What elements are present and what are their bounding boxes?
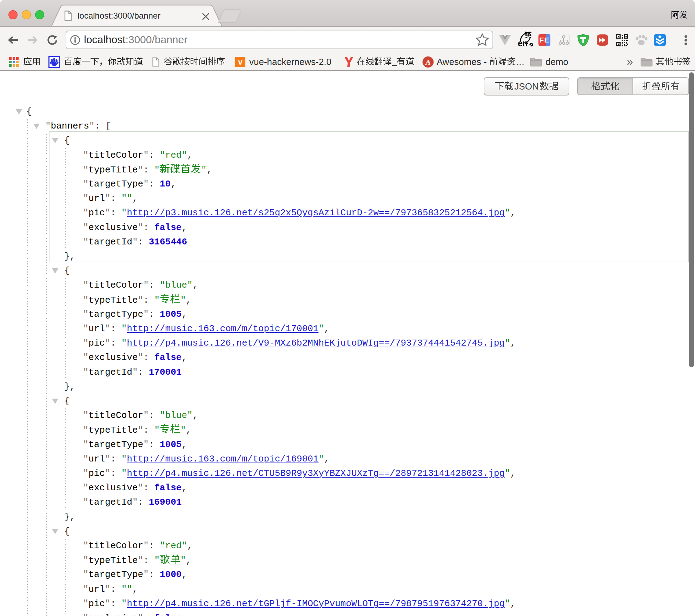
svg-text:A: A	[425, 58, 431, 66]
